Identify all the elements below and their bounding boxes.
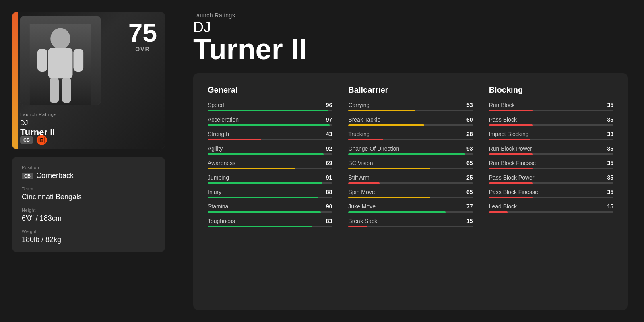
left-panel: 75 OVR Launch Ratings DJ Turner II CB B … [0, 0, 177, 322]
svg-rect-10 [44, 137, 45, 143]
stat-name: Stamina [208, 203, 228, 210]
stat-bar-fill [348, 226, 367, 227]
ovr-display: 75 OVR [128, 20, 157, 52]
stats-container: General Speed 96 Acceleration 97 [193, 73, 628, 310]
stat-bar-track [208, 153, 332, 155]
stat-bar-fill [348, 168, 430, 169]
stat-value: 53 [466, 102, 473, 108]
stat-bar-track [348, 124, 473, 126]
stat-value: 91 [326, 174, 332, 181]
svg-rect-3 [37, 49, 47, 72]
stat-bar-fill [208, 197, 318, 198]
stat-bar-track [489, 197, 613, 198]
stat-name: Pass Block Finesse [489, 189, 538, 195]
stat-name: BC Vision [348, 160, 373, 166]
height-label: Height [22, 208, 155, 213]
player-photo-area [20, 16, 101, 105]
stat-bar-track [489, 182, 613, 184]
stat-bar-fill [208, 226, 312, 227]
stat-value: 96 [326, 102, 332, 108]
stat-name: Injury [208, 189, 221, 195]
stat-value: 97 [326, 116, 332, 123]
stat-bar-track [348, 226, 473, 227]
stat-bar-track [208, 182, 332, 184]
stat-bar-fill [489, 211, 508, 213]
stat-bar-track [348, 168, 473, 169]
stat-row: Stamina 90 [208, 203, 332, 213]
stat-bar-track [348, 182, 473, 184]
general-stats-list: Speed 96 Acceleration 97 Strength 43 [208, 102, 332, 232]
stat-name: Break Sack [348, 218, 377, 224]
stat-bar-fill [208, 110, 328, 111]
stat-value: 35 [607, 116, 613, 123]
stat-bar-track [489, 211, 613, 213]
weight-label: Weight [22, 229, 155, 234]
stat-row: Run Block 35 [489, 102, 613, 111]
stat-value: 25 [466, 174, 473, 181]
info-panel: Position CB Cornerback Team Cincinnati B… [12, 157, 165, 252]
stat-value: 60 [466, 116, 473, 123]
player-photo [20, 16, 101, 105]
player-card: 75 OVR Launch Ratings DJ Turner II CB B [12, 12, 165, 149]
stat-bar-fill [489, 197, 533, 198]
stat-bar-track [489, 124, 613, 126]
stat-row: Jumping 91 [208, 174, 332, 184]
stat-value: 88 [326, 189, 332, 195]
stat-row: Trucking 28 [348, 131, 473, 140]
stat-name: Break Tackle [348, 116, 380, 123]
svg-rect-9 [38, 137, 39, 143]
stat-bar-fill [489, 124, 533, 126]
stat-row: Awareness 69 [208, 160, 332, 169]
svg-rect-6 [62, 78, 71, 103]
weight-value: 180lb / 82kg [22, 235, 155, 244]
stat-bar-track [348, 139, 473, 140]
stat-name: Spin Move [348, 189, 375, 195]
team-row: Team Cincinnati Bengals [22, 186, 155, 201]
stat-row: Run Block Power 35 [489, 145, 613, 155]
stat-row: Pass Block Finesse 35 [489, 189, 613, 198]
stat-bar-fill [208, 139, 261, 140]
stat-value: 83 [326, 218, 332, 224]
player-first-name: DJ [193, 20, 628, 35]
svg-rect-2 [48, 48, 73, 78]
stat-value: 35 [607, 102, 613, 108]
stat-bar-track [489, 139, 613, 140]
stat-value: 33 [607, 131, 613, 137]
launch-ratings-label: Launch Ratings [193, 12, 628, 19]
stat-value: 15 [466, 218, 473, 224]
stat-bar-fill [208, 153, 324, 155]
stat-name: Juke Move [348, 203, 376, 210]
stat-bar-fill [489, 110, 533, 111]
card-launch-label: Launch Ratings [20, 112, 56, 117]
header-section: Launch Ratings DJ Turner II [193, 12, 628, 64]
stat-value: 65 [466, 160, 473, 166]
stat-bar-fill [348, 124, 424, 126]
stat-bar-track [489, 153, 613, 155]
stat-value: 28 [466, 131, 473, 137]
stat-row: BC Vision 65 [348, 160, 473, 169]
svg-text:B: B [40, 138, 43, 143]
stat-bar-fill [348, 182, 379, 184]
stat-row: Pass Block 35 [489, 116, 613, 126]
stat-row: Run Block Finesse 35 [489, 160, 613, 169]
stat-bar-fill [489, 168, 533, 169]
stat-bar-fill [208, 182, 322, 184]
stat-bar-track [208, 124, 332, 126]
stat-bar-track [208, 168, 332, 169]
stat-value: 90 [326, 203, 332, 210]
height-value: 6'0" / 183cm [22, 214, 155, 223]
card-accent-bar [12, 12, 18, 149]
position-label: Position [22, 165, 155, 170]
stat-row: Agility 92 [208, 145, 332, 155]
stat-value: 35 [607, 160, 613, 166]
blocking-column: Blocking Run Block 35 Pass Block 35 [489, 85, 613, 298]
stat-name: Speed [208, 102, 224, 108]
general-column: General Speed 96 Acceleration 97 [208, 85, 332, 298]
stat-bar-fill [348, 139, 383, 140]
stat-name: Carrying [348, 102, 369, 108]
stat-bar-track [208, 211, 332, 213]
stat-row: Spin Move 65 [348, 189, 473, 198]
stat-row: Strength 43 [208, 131, 332, 140]
stat-row: Injury 88 [208, 189, 332, 198]
blocking-stats-list: Run Block 35 Pass Block 35 Impact Blocki… [489, 102, 613, 218]
